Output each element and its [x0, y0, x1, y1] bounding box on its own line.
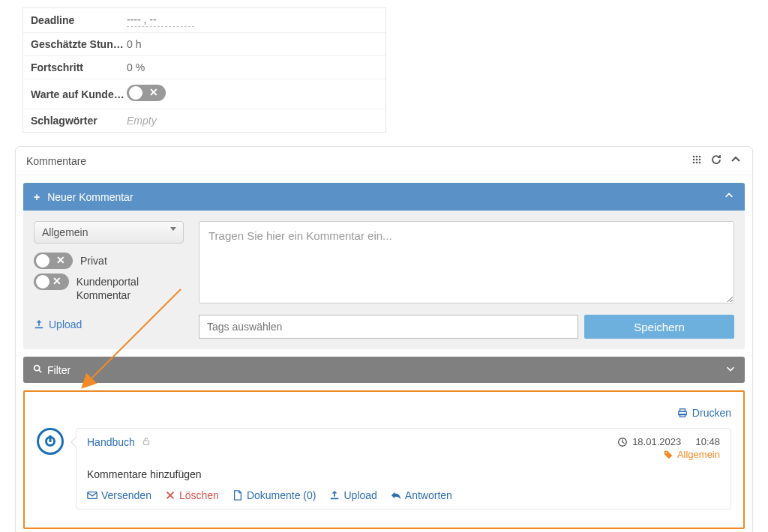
plus-icon: + [34, 191, 40, 203]
svg-point-2 [699, 156, 701, 158]
comment-author[interactable]: Handbuch [87, 436, 135, 448]
category-select-wrap: Allgemein [34, 221, 184, 244]
comment-date: 18.01.2023 10:48 [617, 436, 720, 447]
svg-rect-13 [143, 441, 148, 444]
upload-link[interactable]: Upload [34, 318, 82, 330]
tag-icon [663, 450, 674, 460]
value-tags[interactable]: Empty [127, 115, 378, 127]
wait-toggle[interactable]: ✕ [127, 85, 166, 101]
category-select[interactable]: Allgemein [34, 221, 184, 244]
value-deadline[interactable]: ---- , -- [127, 13, 194, 27]
mail-icon [87, 490, 98, 501]
close-icon [165, 490, 176, 501]
comments-panel: Kommentare + Neuer Kommentar Allgemein [15, 146, 753, 532]
unlock-icon [141, 436, 152, 449]
privat-row: ✕ Privat [34, 253, 184, 269]
document-icon [232, 490, 243, 501]
row-wait: Warte auf Kunde… ✕ [23, 79, 386, 109]
upload-button[interactable]: Upload [329, 489, 376, 501]
comment-body: Handbuch 18.01.2023 10:48 Allgemein [76, 428, 731, 510]
reply-icon [391, 490, 401, 501]
row-progress: Fortschritt 0 % [23, 56, 386, 79]
row-tags: Schlagwörter Empty [23, 109, 386, 132]
new-comment-bar[interactable]: + Neuer Kommentar [23, 183, 745, 211]
label-hours: Geschätzte Stun… [31, 38, 127, 50]
label-wait: Warte auf Kunde… [31, 88, 127, 100]
delete-button[interactable]: Löschen [165, 489, 219, 501]
avatar [37, 428, 64, 455]
print-link[interactable]: Drucken [37, 407, 731, 419]
comment-actions: Versenden Löschen Dokumente (0) Upload [87, 489, 720, 501]
svg-point-5 [699, 159, 701, 161]
comments-list: Drucken Handbuch 18.01.2023 10:48 [23, 390, 745, 529]
new-comment-label: Neuer Kommentar [47, 191, 133, 203]
svg-point-8 [699, 162, 701, 164]
portal-label: Kundenportal Kommentar [76, 273, 184, 302]
comment-text: Kommentare hinzufügen [87, 468, 720, 480]
svg-point-0 [693, 156, 695, 158]
svg-point-15 [665, 452, 667, 453]
value-progress[interactable]: 0 % [127, 61, 378, 73]
svg-point-3 [693, 159, 695, 161]
label-tags: Schlagwörter [31, 115, 127, 127]
row-deadline: Deadline ---- , -- [23, 8, 386, 33]
documents-button[interactable]: Dokumente (0) [232, 489, 316, 501]
svg-rect-12 [680, 414, 685, 417]
search-icon [32, 363, 43, 376]
svg-point-7 [696, 162, 698, 164]
print-icon [677, 408, 688, 418]
privat-label: Privat [80, 253, 107, 267]
save-button[interactable]: Speichern [584, 315, 734, 339]
print-label: Drucken [692, 407, 731, 419]
comment-tag[interactable]: Allgemein [663, 449, 720, 460]
svg-point-1 [696, 156, 698, 158]
svg-point-9 [34, 366, 40, 371]
close-icon: ✕ [56, 254, 65, 266]
svg-rect-16 [88, 492, 97, 498]
upload-icon [34, 319, 44, 330]
close-icon: ✕ [52, 275, 62, 287]
filter-bar[interactable]: Filter [23, 357, 745, 383]
value-hours[interactable]: 0 h [127, 38, 378, 50]
comment-item: Handbuch 18.01.2023 10:48 Allgemein [37, 428, 731, 510]
drag-icon[interactable] [691, 154, 703, 168]
comment-textarea[interactable] [199, 221, 734, 303]
send-button[interactable]: Versenden [87, 489, 152, 501]
upload-icon [329, 490, 340, 501]
reply-button[interactable]: Antworten [391, 489, 452, 501]
svg-point-4 [696, 159, 698, 161]
label-deadline: Deadline [31, 14, 127, 26]
value-wait: ✕ [127, 85, 378, 103]
row-hours: Geschätzte Stun… 0 h [23, 33, 386, 56]
refresh-icon[interactable] [710, 154, 722, 168]
close-icon: ✕ [149, 86, 158, 98]
upload-label: Upload [49, 318, 82, 330]
chevron-down-icon[interactable] [725, 363, 736, 376]
panel-header: Kommentare [16, 147, 752, 175]
privat-toggle[interactable]: ✕ [34, 253, 73, 269]
power-icon [45, 436, 56, 447]
portal-toggle[interactable]: ✕ [34, 273, 69, 290]
details-table: Deadline ---- , -- Geschätzte Stun… 0 h … [22, 7, 386, 133]
panel-title: Kommentare [26, 155, 691, 167]
chevron-up-icon[interactable] [724, 190, 734, 203]
filter-label: Filter [47, 364, 70, 376]
clock-icon [617, 437, 628, 447]
portal-row: ✕ Kundenportal Kommentar [34, 273, 184, 302]
comment-form: Allgemein ✕ Privat ✕ Kundenportal Kommen… [23, 211, 745, 349]
svg-point-6 [693, 162, 695, 164]
label-progress: Fortschritt [31, 61, 127, 73]
tags-input[interactable] [199, 315, 578, 339]
toggle-knob [129, 86, 142, 100]
chevron-up-icon[interactable] [730, 154, 742, 168]
